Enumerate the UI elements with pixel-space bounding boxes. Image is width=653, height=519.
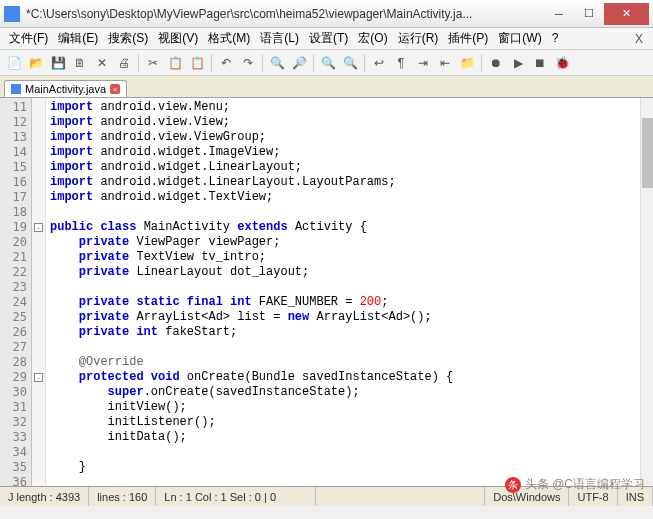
- menu-item[interactable]: 宏(O): [353, 31, 392, 45]
- menu-item[interactable]: 视图(V): [153, 31, 203, 45]
- close-file-button[interactable]: ✕: [92, 53, 112, 73]
- toolbar-separator: [138, 54, 139, 72]
- menu-item[interactable]: 运行(R): [393, 31, 444, 45]
- indent-button[interactable]: ⇥: [413, 53, 433, 73]
- zoom-in-button[interactable]: 🔍: [318, 53, 338, 73]
- code-area[interactable]: import android.view.Menu; import android…: [46, 98, 653, 486]
- minimize-button[interactable]: ─: [544, 3, 574, 25]
- status-spacer: [316, 487, 485, 506]
- menu-item[interactable]: 文件(F): [4, 31, 53, 45]
- print-button[interactable]: 🖨: [114, 53, 134, 73]
- menu-bar: 文件(F)编辑(E)搜索(S)视图(V)格式(M)语言(L)设置(T)宏(O)运…: [0, 28, 653, 50]
- undo-button[interactable]: ↶: [216, 53, 236, 73]
- code-editor[interactable]: 1112131415161718192021222324252627282930…: [0, 98, 653, 486]
- menu-item[interactable]: 格式(M): [203, 31, 255, 45]
- title-bar: *C:\Users\sony\Desktop\MyViewPager\src\c…: [0, 0, 653, 28]
- status-length: J length : 4393: [0, 487, 89, 506]
- copy-button[interactable]: 📋: [165, 53, 185, 73]
- word-wrap-button[interactable]: ↩: [369, 53, 389, 73]
- outdent-button[interactable]: ⇤: [435, 53, 455, 73]
- paste-button[interactable]: 📋: [187, 53, 207, 73]
- watermark-icon: 条: [505, 477, 521, 493]
- toolbar-separator: [262, 54, 263, 72]
- new-file-button[interactable]: 📄: [4, 53, 24, 73]
- toolbar-separator: [211, 54, 212, 72]
- menu-item[interactable]: 编辑(E): [53, 31, 103, 45]
- scrollbar-thumb[interactable]: [642, 118, 653, 188]
- watermark: 条 头条 @C语言编程学习: [505, 476, 645, 493]
- debug-button[interactable]: 🐞: [552, 53, 572, 73]
- find-button[interactable]: 🔍: [267, 53, 287, 73]
- toolbar-separator: [364, 54, 365, 72]
- fold-toggle[interactable]: -: [34, 373, 43, 382]
- file-type-icon: [11, 84, 21, 94]
- maximize-button[interactable]: ☐: [574, 3, 604, 25]
- status-position: Ln : 1 Col : 1 Sel : 0 | 0: [156, 487, 316, 506]
- tab-close-icon[interactable]: ×: [110, 84, 120, 94]
- menu-item[interactable]: 语言(L): [255, 31, 304, 45]
- folder-button[interactable]: 📁: [457, 53, 477, 73]
- open-file-button[interactable]: 📂: [26, 53, 46, 73]
- file-tab[interactable]: MainActivity.java ×: [4, 80, 127, 97]
- menu-item[interactable]: 窗口(W): [493, 31, 546, 45]
- app-icon: [4, 6, 20, 22]
- toolbar: 📄 📂 💾 🗎 ✕ 🖨 ✂ 📋 📋 ↶ ↷ 🔍 🔎 🔍 🔍 ↩ ¶ ⇥ ⇤ 📁 …: [0, 50, 653, 76]
- save-all-button[interactable]: 🗎: [70, 53, 90, 73]
- menu-item[interactable]: 设置(T): [304, 31, 353, 45]
- fold-toggle[interactable]: -: [34, 223, 43, 232]
- show-hidden-button[interactable]: ¶: [391, 53, 411, 73]
- macro-play-button[interactable]: ▶: [508, 53, 528, 73]
- vertical-scrollbar[interactable]: [640, 98, 653, 486]
- menu-item[interactable]: 搜索(S): [103, 31, 153, 45]
- window-title: *C:\Users\sony\Desktop\MyViewPager\src\c…: [26, 7, 544, 21]
- menu-close-icon[interactable]: X: [629, 32, 649, 46]
- status-lines: lines : 160: [89, 487, 156, 506]
- toolbar-separator: [481, 54, 482, 72]
- cut-button[interactable]: ✂: [143, 53, 163, 73]
- fold-column[interactable]: --: [32, 98, 46, 486]
- menu-item[interactable]: ?: [547, 31, 564, 45]
- line-number-gutter: 1112131415161718192021222324252627282930…: [0, 98, 32, 486]
- toolbar-separator: [313, 54, 314, 72]
- menu-item[interactable]: 插件(P): [443, 31, 493, 45]
- redo-button[interactable]: ↷: [238, 53, 258, 73]
- tab-bar: MainActivity.java ×: [0, 76, 653, 98]
- watermark-text: 头条 @C语言编程学习: [525, 476, 645, 493]
- save-button[interactable]: 💾: [48, 53, 68, 73]
- replace-button[interactable]: 🔎: [289, 53, 309, 73]
- zoom-out-button[interactable]: 🔍: [340, 53, 360, 73]
- close-button[interactable]: ✕: [604, 3, 649, 25]
- macro-record-button[interactable]: ⏺: [486, 53, 506, 73]
- tab-label: MainActivity.java: [25, 83, 106, 95]
- macro-stop-button[interactable]: ⏹: [530, 53, 550, 73]
